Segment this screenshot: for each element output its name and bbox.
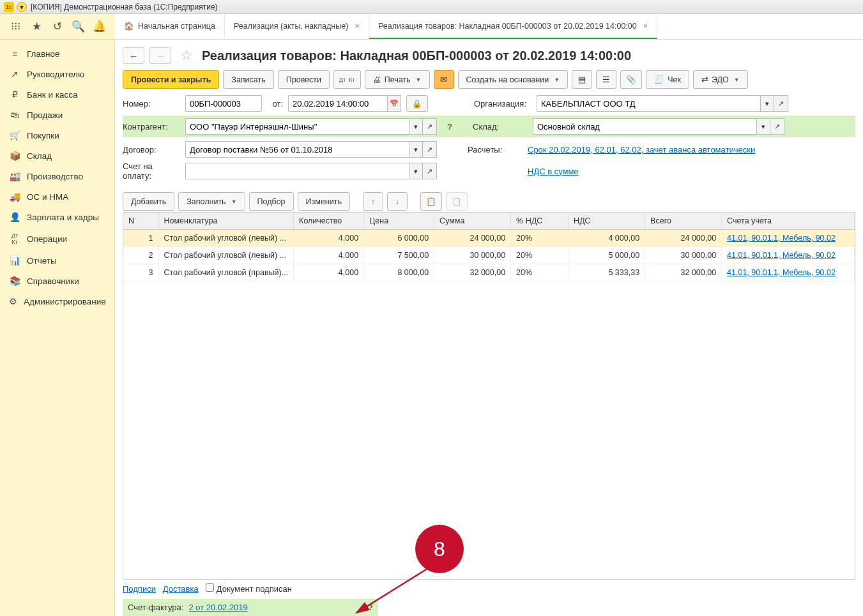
sidebar-item-assets[interactable]: 🚚ОС и НМА: [0, 186, 114, 207]
star-icon[interactable]: ★: [30, 20, 43, 33]
number-input[interactable]: [185, 95, 262, 112]
sidebar-item-warehouse[interactable]: 📦Склад: [0, 146, 114, 166]
table-row[interactable]: 2Стол рабочий угловой (левый) ...4,0007 …: [123, 247, 855, 264]
cheque-button[interactable]: 🧾Чек: [646, 70, 689, 89]
cell-vat-pct[interactable]: 20%: [511, 264, 569, 282]
cell-vat[interactable]: 4 000,00: [569, 230, 645, 247]
tab-home[interactable]: 🏠 Начальная страница: [115, 14, 225, 39]
cell-vat-pct[interactable]: 20%: [511, 230, 569, 247]
cell-qty[interactable]: 4,000: [294, 264, 364, 282]
col-price[interactable]: Цена: [364, 213, 434, 230]
tab-realization-list[interactable]: Реализация (акты, накладные) ×: [225, 14, 369, 39]
close-icon[interactable]: ×: [355, 21, 360, 31]
close-icon[interactable]: ×: [643, 21, 648, 31]
cell-price[interactable]: 8 000,00: [364, 264, 434, 282]
cell-sum[interactable]: 24 000,00: [434, 230, 511, 247]
invoice-link[interactable]: 2 от 20.02.2019: [188, 603, 247, 612]
cell-total[interactable]: 24 000,00: [645, 230, 722, 247]
col-qty[interactable]: Количество: [294, 213, 364, 230]
sidebar-item-operations[interactable]: Дт КтОперации: [0, 227, 114, 250]
help-button[interactable]: ?: [443, 118, 456, 135]
doc-signed-checkbox-label[interactable]: Документ подписан: [206, 584, 292, 594]
history-icon[interactable]: ↺: [51, 20, 64, 33]
cell-vat-pct[interactable]: 20%: [511, 247, 569, 264]
contract-input[interactable]: [185, 141, 409, 158]
lock-button[interactable]: 🔒: [406, 95, 428, 112]
delivery-link[interactable]: Доставка: [163, 584, 199, 594]
cell-nom[interactable]: Стол рабочий угловой (левый) ...: [158, 230, 294, 247]
cell-price[interactable]: 6 000,00: [364, 230, 434, 247]
edo-button[interactable]: ⇄ЭДО▼: [693, 70, 748, 89]
open-icon[interactable]: ↗: [423, 163, 437, 179]
tab-realization-doc[interactable]: Реализация товаров: Накладная 00БП-00000…: [369, 14, 657, 39]
cell-nom[interactable]: Стол рабочий угловой (левый) ...: [158, 247, 294, 264]
dtkt-button[interactable]: ДтКт: [333, 70, 361, 89]
open-icon[interactable]: ↗: [770, 118, 784, 135]
sidebar-item-catalogs[interactable]: 📚Справочники: [0, 271, 114, 291]
sidebar-item-production[interactable]: 🏭Производство: [0, 166, 114, 186]
col-acct[interactable]: Счета учета: [722, 213, 855, 230]
dropdown-icon[interactable]: ▾: [409, 163, 423, 179]
open-icon[interactable]: ↗: [774, 95, 788, 112]
sidebar-item-admin[interactable]: ⚙Администрирование: [0, 291, 114, 312]
sidebar-item-bank[interactable]: ₽Банк и касса: [0, 84, 114, 105]
dropdown-circle-icon[interactable]: ▾: [17, 2, 27, 12]
org-input[interactable]: [537, 95, 760, 112]
sidebar-item-purchases[interactable]: 🛒Покупки: [0, 125, 114, 146]
bell-icon[interactable]: 🔔: [93, 20, 106, 33]
save-button[interactable]: Записать: [223, 70, 273, 89]
post-and-close-button[interactable]: Провести и закрыть: [123, 70, 219, 89]
add-row-button[interactable]: Добавить: [123, 192, 174, 211]
cell-sum[interactable]: 32 000,00: [434, 264, 511, 282]
col-vat-pct[interactable]: % НДС: [511, 213, 569, 230]
dropdown-icon[interactable]: ▾: [409, 141, 423, 158]
paste-button[interactable]: 📋: [446, 192, 468, 211]
cell-nom[interactable]: Стол рабочий угловой (правый)...: [158, 264, 294, 282]
cell-n[interactable]: 2: [123, 247, 158, 264]
col-sum[interactable]: Сумма: [434, 213, 511, 230]
warehouse-input[interactable]: [533, 118, 756, 135]
cell-acct[interactable]: 41.01, 90.01.1, Мебель, 90.02: [722, 230, 855, 247]
search-icon[interactable]: 🔍: [72, 20, 85, 33]
open-icon[interactable]: ↗: [423, 141, 437, 158]
move-up-button[interactable]: ↑: [363, 192, 383, 211]
cell-vat[interactable]: 5 000,00: [569, 247, 645, 264]
forward-button[interactable]: →: [149, 47, 171, 64]
table-row[interactable]: 1Стол рабочий угловой (левый) ...4,0006 …: [123, 230, 855, 247]
print-button[interactable]: 🖨Печать▼: [365, 70, 430, 89]
dropdown-icon[interactable]: ▾: [756, 118, 770, 135]
calendar-icon[interactable]: 📅: [387, 95, 401, 112]
doc-signed-checkbox[interactable]: [206, 583, 214, 592]
change-button[interactable]: Изменить: [298, 192, 350, 211]
cell-acct[interactable]: 41.01, 90.01.1, Мебель, 90.02: [722, 247, 855, 264]
post-button[interactable]: Провести: [278, 70, 330, 89]
cell-qty[interactable]: 4,000: [294, 230, 364, 247]
contr-input[interactable]: [185, 118, 409, 135]
favorite-star-icon[interactable]: ☆: [180, 47, 193, 64]
move-down-button[interactable]: ↓: [387, 192, 408, 211]
cell-acct[interactable]: 41.01, 90.01.1, Мебель, 90.02: [722, 264, 855, 282]
copy-button[interactable]: 📋: [420, 192, 442, 211]
cell-total[interactable]: 30 000,00: [645, 247, 722, 264]
cell-vat[interactable]: 5 333,33: [569, 264, 645, 282]
sidebar-item-sales[interactable]: 🛍Продажи: [0, 105, 114, 125]
cell-n[interactable]: 1: [123, 230, 158, 247]
apps-icon[interactable]: ⁝⁝⁝: [9, 20, 22, 33]
sidebar-item-payroll[interactable]: 👤Зарплата и кадры: [0, 207, 114, 227]
dropdown-icon[interactable]: ▾: [409, 118, 423, 135]
create-based-button[interactable]: Создать на основании▼: [458, 70, 569, 89]
dropdown-icon[interactable]: ▾: [760, 95, 774, 112]
pick-button[interactable]: Подбор: [249, 192, 294, 211]
table-row[interactable]: 3Стол рабочий угловой (правый)...4,0008 …: [123, 264, 855, 282]
signatures-link[interactable]: Подписи: [123, 584, 156, 594]
form-icon-button[interactable]: ▤: [572, 70, 592, 89]
attach-button[interactable]: 📎: [620, 70, 642, 89]
fill-button[interactable]: Заполнить▼: [178, 192, 245, 211]
col-nom[interactable]: Номенклатура: [158, 213, 294, 230]
cell-total[interactable]: 32 000,00: [645, 264, 722, 282]
col-n[interactable]: N: [123, 213, 158, 230]
invoice-pay-input[interactable]: [185, 163, 409, 179]
email-button[interactable]: ✉: [434, 70, 454, 89]
cell-qty[interactable]: 4,000: [294, 247, 364, 264]
sidebar-item-reports[interactable]: 📊Отчеты: [0, 250, 114, 271]
